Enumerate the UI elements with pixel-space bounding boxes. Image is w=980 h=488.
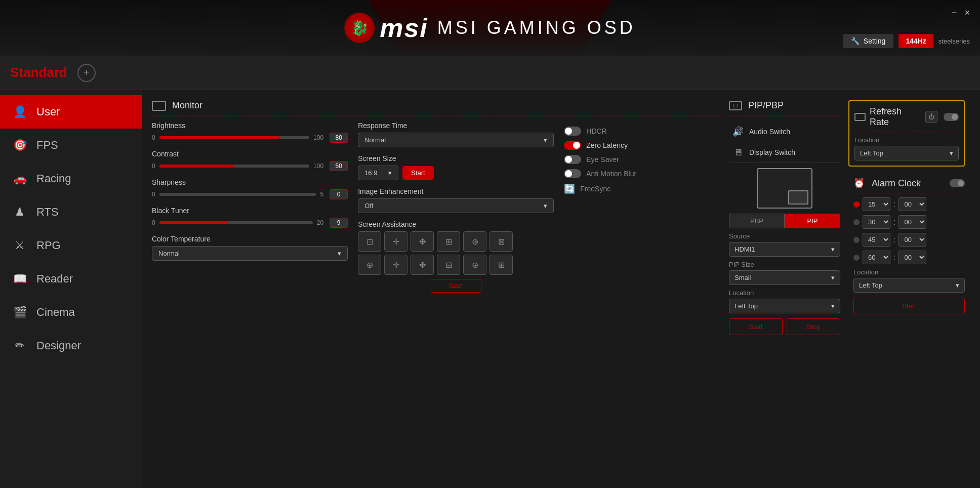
anti-motion-blur-toggle[interactable] (564, 169, 581, 178)
pip-tabs: PBP PIP (729, 214, 840, 228)
pip-buttons: Start Stop (729, 318, 840, 335)
alarm-minute-2[interactable]: 00 (899, 215, 926, 229)
response-time-label: Response Time (358, 121, 554, 130)
color-temp-label: Color Temperature (152, 235, 348, 243)
screen-assistance-start-button[interactable]: Start (431, 279, 481, 293)
sa-btn-2[interactable]: ✛ (384, 231, 407, 252)
sa-btn-7[interactable]: ⊕ (358, 255, 381, 275)
refresh-location-dropdown[interactable]: Left Top ▾ (854, 146, 959, 160)
monitor-section: Monitor Brightness 0 100 80 (152, 100, 721, 478)
alarm-location-dropdown[interactable]: Left Top ▾ (853, 278, 965, 293)
alarm-minute-3[interactable]: 00 (899, 233, 926, 247)
color-temp-dropdown[interactable]: Normal ▾ (152, 246, 348, 261)
brightness-track[interactable] (159, 136, 309, 139)
alarm-hour-2[interactable]: 30 (863, 215, 890, 229)
sa-btn-3[interactable]: ✤ (411, 231, 434, 252)
black-tuner-row: 0 20 9 (152, 218, 348, 228)
screen-size-value: 16:9 (364, 169, 377, 177)
sidebar-item-reader[interactable]: 📖 Reader (0, 262, 142, 296)
refresh-rate-section: Refresh Rate ⏻ Location Left Top ▾ (848, 100, 965, 167)
response-time-dropdown[interactable]: Normal ▾ (358, 133, 554, 147)
monitor-header: Monitor (152, 100, 721, 115)
source-dropdown[interactable]: HDMI1 ▾ (729, 242, 840, 257)
dropdown-arrow4: ▾ (544, 202, 547, 210)
hdcr-row: HDCR (564, 127, 721, 136)
screen-assistance-grid-top: ⊡ ✛ ✤ ⊞ ⊕ ⊠ (358, 231, 554, 252)
pbp-tab[interactable]: PBP (729, 214, 785, 228)
zero-latency-label: Zero Latency (586, 141, 628, 149)
sidebar-item-user[interactable]: 👤 User (0, 95, 142, 129)
sa-btn-9[interactable]: ✤ (411, 255, 434, 275)
pip-stop-button[interactable]: Stop (787, 318, 840, 335)
pip-size-dropdown[interactable]: Small ▾ (729, 270, 840, 285)
response-time-value: Normal (364, 136, 386, 144)
close-button[interactable]: × (964, 8, 970, 18)
settings-icon: 🔧 (851, 37, 860, 45)
zero-latency-toggle[interactable] (564, 141, 581, 150)
minimize-button[interactable]: − (952, 8, 957, 18)
sa-btn-8[interactable]: ✛ (384, 255, 407, 275)
image-enhancement-dropdown[interactable]: Off ▾ (358, 198, 554, 213)
sidebar-item-racing[interactable]: 🚗 Racing (0, 162, 142, 195)
pip-location-dropdown[interactable]: Left Top ▾ (729, 299, 840, 313)
freesync-icon: 🔄 (564, 183, 575, 194)
contrast-track[interactable] (159, 165, 309, 168)
screen-size-label: Screen Size (358, 154, 554, 162)
pip-start-button[interactable]: Start (729, 318, 783, 335)
sidebar: 👤 User 🎯 FPS 🚗 Racing ♟ RTS ⚔ RPG 📖 Read… (0, 90, 142, 488)
sidebar-item-fps[interactable]: 🎯 FPS (0, 129, 142, 162)
black-tuner-track[interactable] (159, 221, 313, 224)
black-tuner-min: 0 (152, 219, 155, 226)
pip-tab[interactable]: PIP (785, 214, 840, 228)
dropdown-arrow2: ▾ (544, 136, 547, 144)
profile-bar: Standard + (0, 56, 980, 90)
sharpness-track[interactable] (159, 193, 316, 196)
sa-btn-4[interactable]: ⊞ (437, 231, 460, 252)
sidebar-label-cinema: Cinema (36, 306, 75, 319)
screen-assistance-group: Screen Assistance ⊡ ✛ ✤ ⊞ ⊕ ⊠ ⊕ ✛ ✤ (358, 220, 554, 293)
add-profile-button[interactable]: + (77, 64, 96, 82)
sidebar-item-rts[interactable]: ♟ RTS (0, 195, 142, 229)
alarm-start-button[interactable]: Start (853, 298, 965, 314)
refresh-toggle[interactable] (944, 113, 959, 121)
brightness-value: 80 (330, 133, 348, 143)
content-area: Monitor Brightness 0 100 80 (142, 90, 980, 488)
audio-icon: 🔊 (732, 126, 744, 138)
sa-btn-12[interactable]: ⊞ (489, 255, 513, 275)
contrast-max: 100 (313, 162, 323, 170)
display-icon: 🖥 (732, 146, 744, 158)
sidebar-item-cinema[interactable]: 🎬 Cinema (0, 296, 142, 329)
screen-size-start-button[interactable]: Start (402, 166, 433, 180)
sharpness-label: Sharpness (152, 178, 348, 186)
setting-label: Setting (864, 37, 886, 45)
black-tuner-value: 9 (330, 218, 348, 228)
brightness-fill (159, 136, 279, 139)
hdcr-toggle[interactable] (564, 127, 581, 136)
sa-btn-6[interactable]: ⊠ (489, 231, 513, 252)
alarm-hour-3[interactable]: 45 (863, 233, 890, 247)
eye-saver-toggle[interactable] (564, 155, 581, 164)
sa-btn-5[interactable]: ⊕ (463, 231, 486, 252)
screen-size-dropdown[interactable]: 16:9 ▾ (358, 166, 398, 180)
sa-btn-10[interactable]: ⊟ (437, 255, 460, 275)
setting-button[interactable]: 🔧 Setting (843, 34, 894, 48)
sa-btn-11[interactable]: ⊕ (463, 255, 486, 275)
main-layout: 👤 User 🎯 FPS 🚗 Racing ♟ RTS ⚔ RPG 📖 Read… (0, 90, 980, 488)
contrast-group: Contrast 0 100 50 (152, 150, 348, 171)
pip-location-value: Left Top (734, 302, 758, 310)
refresh-power-button[interactable]: ⏻ (925, 111, 937, 123)
sidebar-item-rpg[interactable]: ⚔ RPG (0, 229, 142, 262)
alarm-toggle[interactable] (950, 179, 965, 187)
sa-btn-1[interactable]: ⊡ (358, 231, 381, 252)
alarm-minute-1[interactable]: 00 (899, 197, 926, 211)
title-bar: − × 🐉 msi MSI GAMING OSD 🔧 Setting 144Hz… (0, 0, 980, 56)
sidebar-item-designer[interactable]: ✏ Designer (0, 329, 142, 362)
alarm-hour-4[interactable]: 60 (863, 251, 890, 264)
alarm-colon-1: : (893, 200, 895, 209)
alarm-minute-4[interactable]: 00 (899, 251, 926, 264)
profile-title: Standard (10, 65, 67, 80)
display-switch-label: Display Switch (749, 148, 837, 156)
alarm-hour-1[interactable]: 15 (863, 197, 890, 211)
eye-saver-toggle-knob (565, 156, 572, 163)
alarm-title: Alarm Clock (872, 178, 946, 189)
